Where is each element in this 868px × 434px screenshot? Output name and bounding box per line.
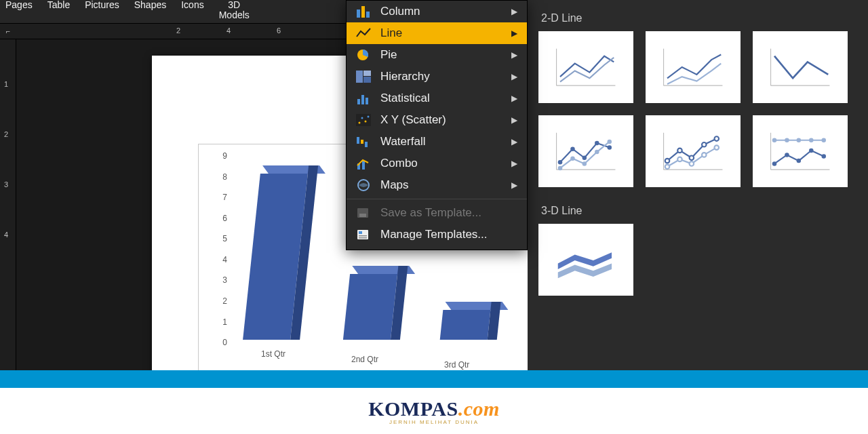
menu-manage-templates[interactable]: Manage Templates... bbox=[347, 224, 527, 245]
svg-point-39 bbox=[607, 145, 612, 150]
svg-point-37 bbox=[583, 156, 587, 161]
ruler-origin-icon: ⌐ bbox=[0, 27, 16, 35]
svg-point-65 bbox=[785, 153, 789, 157]
chevron-right-icon: ▶ bbox=[511, 94, 517, 103]
svg-rect-4 bbox=[356, 71, 363, 83]
svg-rect-1 bbox=[361, 6, 365, 18]
chart-x-label: 1st Qtr bbox=[261, 349, 285, 359]
svg-point-41 bbox=[570, 157, 575, 161]
combo-chart-icon bbox=[356, 157, 371, 170]
chevron-right-icon: ▶ bbox=[511, 72, 517, 81]
line-chart-option-3[interactable] bbox=[753, 31, 848, 103]
svg-point-49 bbox=[690, 156, 694, 161]
ribbon-3d-models[interactable]: 3DModels bbox=[219, 0, 250, 21]
chevron-right-icon: ▶ bbox=[511, 28, 517, 38]
svg-point-51 bbox=[714, 136, 719, 141]
chart-type-menu: Column▶ Line▶ Pie▶ Hierarchy▶ Statistica… bbox=[346, 0, 528, 250]
svg-point-60 bbox=[785, 138, 789, 142]
svg-rect-22 bbox=[359, 214, 366, 217]
menu-line[interactable]: Line▶ bbox=[347, 22, 527, 44]
chevron-right-icon: ▶ bbox=[511, 137, 517, 146]
menu-pie[interactable]: Pie▶ bbox=[347, 44, 527, 66]
svg-point-66 bbox=[797, 159, 802, 163]
line-chart-option-2[interactable] bbox=[646, 31, 741, 103]
svg-rect-6 bbox=[363, 77, 371, 83]
menu-waterfall[interactable]: Waterfall▶ bbox=[347, 131, 527, 153]
svg-rect-26 bbox=[359, 237, 367, 239]
manage-templates-icon bbox=[356, 229, 371, 241]
chevron-right-icon: ▶ bbox=[511, 7, 517, 16]
scatter-chart-icon bbox=[356, 114, 371, 126]
ribbon-pages[interactable]: Pages bbox=[5, 0, 33, 10]
menu-maps[interactable]: Maps▶ bbox=[347, 174, 527, 196]
svg-point-12 bbox=[361, 117, 363, 119]
statistical-chart-icon bbox=[356, 92, 371, 104]
menu-combo[interactable]: Combo▶ bbox=[347, 153, 527, 174]
menu-scatter[interactable]: X Y (Scatter)▶ bbox=[347, 109, 527, 131]
svg-point-13 bbox=[365, 121, 367, 123]
brand-footer: KOMPAS.com JERNIH MELIHAT DUNIA bbox=[0, 370, 868, 434]
svg-point-67 bbox=[809, 149, 814, 153]
svg-rect-24 bbox=[359, 231, 362, 234]
svg-point-53 bbox=[677, 157, 682, 162]
menu-statistical[interactable]: Statistical▶ bbox=[347, 87, 527, 109]
menu-save-template: Save as Template... bbox=[347, 202, 527, 224]
svg-point-55 bbox=[702, 153, 707, 157]
svg-point-43 bbox=[595, 150, 599, 155]
chart-x-label: 2nd Qtr bbox=[351, 355, 378, 364]
svg-point-47 bbox=[665, 159, 670, 163]
submenu-heading-2d: 2-D Line bbox=[541, 12, 857, 24]
line-chart-3d-option-1[interactable] bbox=[538, 224, 633, 296]
vertical-ruler: 1 2 3 4 bbox=[0, 39, 16, 370]
svg-point-59 bbox=[772, 138, 777, 142]
svg-point-64 bbox=[772, 161, 777, 166]
brand-logo: KOMPAS.com bbox=[368, 397, 500, 420]
svg-point-56 bbox=[714, 145, 719, 150]
svg-point-44 bbox=[607, 140, 612, 144]
svg-point-61 bbox=[797, 138, 802, 142]
menu-hierarchy[interactable]: Hierarchy▶ bbox=[347, 66, 527, 87]
chevron-right-icon: ▶ bbox=[511, 50, 517, 60]
ribbon-shapes[interactable]: Shapes bbox=[134, 0, 166, 10]
ribbon-icons[interactable]: Icons bbox=[181, 0, 203, 10]
chevron-right-icon: ▶ bbox=[511, 159, 517, 168]
hierarchy-chart-icon bbox=[356, 71, 371, 83]
svg-rect-7 bbox=[357, 99, 360, 104]
line-chart-option-4[interactable] bbox=[538, 115, 633, 187]
svg-rect-2 bbox=[366, 12, 370, 18]
svg-point-63 bbox=[821, 138, 826, 142]
line-chart-option-6[interactable] bbox=[753, 115, 848, 187]
line-chart-option-5[interactable] bbox=[646, 115, 741, 187]
svg-point-52 bbox=[665, 165, 670, 170]
svg-rect-0 bbox=[357, 9, 360, 18]
pie-chart-icon bbox=[356, 49, 371, 61]
svg-marker-70 bbox=[558, 263, 612, 278]
chart-x-label: 3rd Qtr bbox=[444, 360, 469, 370]
svg-rect-16 bbox=[361, 140, 363, 144]
svg-point-50 bbox=[702, 142, 707, 147]
menu-column[interactable]: Column▶ bbox=[347, 1, 527, 22]
chevron-right-icon: ▶ bbox=[511, 180, 517, 190]
submenu-heading-3d: 3-D Line bbox=[541, 205, 857, 217]
svg-rect-9 bbox=[366, 98, 368, 104]
ribbon-table[interactable]: Table bbox=[47, 0, 70, 10]
svg-point-35 bbox=[558, 160, 563, 165]
save-template-icon bbox=[356, 207, 371, 219]
brand-tagline: JERNIH MELIHAT DUNIA bbox=[389, 419, 479, 425]
svg-rect-19 bbox=[362, 161, 365, 170]
ribbon-pictures[interactable]: Pictures bbox=[85, 0, 119, 10]
svg-point-38 bbox=[595, 141, 599, 146]
maps-chart-icon bbox=[356, 179, 371, 191]
line-chart-icon bbox=[356, 27, 371, 39]
line-chart-option-1[interactable] bbox=[538, 31, 633, 103]
svg-point-40 bbox=[558, 166, 563, 171]
svg-rect-25 bbox=[359, 235, 367, 237]
chevron-right-icon: ▶ bbox=[511, 115, 517, 125]
line-chart-submenu: 2-D Line 3-D Line bbox=[528, 0, 868, 370]
svg-point-36 bbox=[570, 146, 575, 151]
svg-point-11 bbox=[359, 122, 361, 124]
svg-point-54 bbox=[690, 161, 694, 166]
svg-point-48 bbox=[677, 149, 682, 153]
column-chart-icon bbox=[356, 5, 371, 18]
svg-point-62 bbox=[809, 138, 814, 142]
